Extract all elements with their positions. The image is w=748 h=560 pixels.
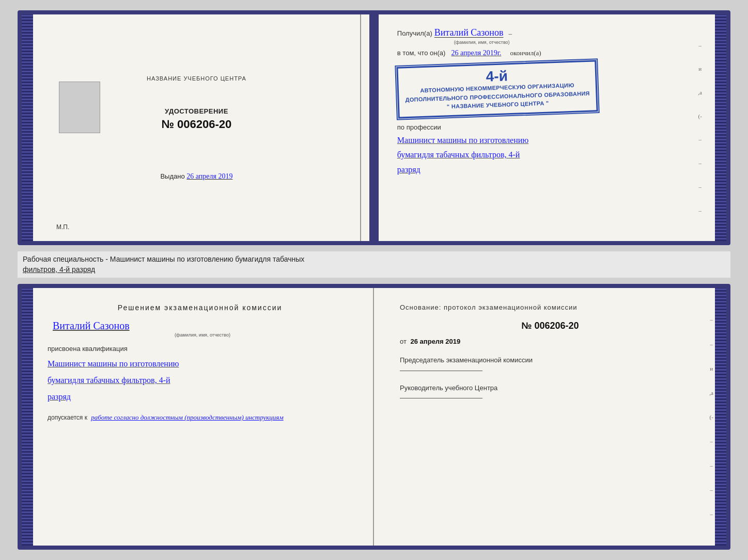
issued-label: Выдано <box>160 172 184 180</box>
profession-line1: Машинист машины по изготовлению <box>397 133 694 148</box>
b-dash-8: – <box>710 487 713 493</box>
qualification-line3: разряд <box>48 389 352 405</box>
bottom-name-subtitle: (фамилия, имя, отчество) <box>53 332 352 338</box>
admitted-text: работе согласно должностным (производств… <box>91 413 283 421</box>
certificate-top: НАЗВАНИЕ УЧЕБНОГО ЦЕНТРА УДОСТОВЕРЕНИЕ №… <box>18 10 730 245</box>
qualification-line1: Машинист машины по изготовлению <box>48 356 352 372</box>
bottom-right-dashes: – – и ,а (- – – – – <box>709 298 713 535</box>
dash-5: – <box>698 136 702 142</box>
top-left-page: НАЗВАНИЕ УЧЕБНОГО ЦЕНТРА УДОСТОВЕРЕНИЕ №… <box>33 14 361 241</box>
b-dash-9: – <box>710 511 713 517</box>
dash-8: – <box>698 207 702 214</box>
vtom-line: в том, что он(а) 26 апреля 2019г. окончи… <box>397 49 694 57</box>
stamp-line4: " НАЗВАНИЕ УЧЕБНОГО ЦЕНТРА " <box>406 98 590 113</box>
recipient-subtitle: (фамилия, имя, отчество) <box>454 40 694 45</box>
cert-label: УДОСТОВЕРЕНИЕ <box>165 107 228 115</box>
b-dash-7: – <box>710 462 713 469</box>
middle-text-line1: Рабочая специальность - Машинист машины … <box>23 255 304 263</box>
b-dash-1: – <box>710 316 713 323</box>
stamp-box: 4-й АВТОНОМНУЮ НЕКОММЕРЧЕСКУЮ ОРГАНИЗАЦИ… <box>396 60 598 118</box>
chairman-signature-line <box>400 371 482 371</box>
recipient-name: Виталий Сазонов <box>434 27 504 38</box>
admitted-prefix: допускается к <box>48 414 87 421</box>
middle-text-content: Рабочая специальность - Машинист машины … <box>23 254 725 275</box>
stamp-container: 4-й АВТОНОМНУЮ НЕКОММЕРЧЕСКУЮ ОРГАНИЗАЦИ… <box>397 63 694 115</box>
profession-label: по профессии <box>397 123 694 131</box>
stamp-large: 4-й <box>404 66 589 87</box>
stamp-line2: АВТОНОМНУЮ НЕКОММЕРЧЕСКУЮ ОРГАНИЗАЦИЮ <box>405 81 590 95</box>
b-dash-6: – <box>710 438 713 444</box>
okoncil: окончил(а) <box>510 49 541 57</box>
page-wrapper: НАЗВАНИЕ УЧЕБНОГО ЦЕНТРА УДОСТОВЕРЕНИЕ №… <box>0 0 748 560</box>
center-title-label: НАЗВАНИЕ УЧЕБНОГО ЦЕНТРА <box>147 75 246 82</box>
right-dashes: – и ,а (- – – – – <box>698 25 702 231</box>
issued-date: 26 апреля 2019 <box>186 172 232 180</box>
dash-2: и <box>698 66 702 72</box>
bottom-left-page: Решением экзаменационной комиссии Витали… <box>22 288 374 546</box>
from-prefix: от <box>400 338 407 345</box>
top-right-page: Получил(а) Виталий Сазонов – (фамилия, и… <box>371 14 715 241</box>
profession-line3: разряд <box>397 163 694 178</box>
cert-number: № 006206-20 <box>161 118 231 131</box>
dash-7: – <box>698 184 702 190</box>
dash-6: – <box>698 160 702 166</box>
middle-text: Рабочая специальность - Машинист машины … <box>18 251 730 278</box>
protocol-number: № 006206-20 <box>400 321 700 331</box>
from-date-value: 26 апреля 2019 <box>411 338 461 345</box>
mp-label: М.П. <box>56 223 69 231</box>
qualification-line2: бумагидля табачных фильтров, 4-й <box>48 372 352 389</box>
director-signature-line <box>400 398 482 398</box>
b-dash-3: и <box>710 365 713 372</box>
dash-1: – <box>698 42 702 49</box>
resolution-title: Решением экзаменационной комиссии <box>48 303 352 312</box>
middle-text-line2: фильтров, 4-й разряд <box>23 265 95 274</box>
date-completed: 26 апреля 2019г. <box>451 49 502 57</box>
admitted-line: допускается к работе согласно должностны… <box>48 413 352 422</box>
received-prefix: Получил(а) <box>397 29 432 37</box>
profession-line2: бумагидля табачных фильтров, 4-й <box>397 148 694 163</box>
name-section: Виталий Сазонов (фамилия, имя, отчество) <box>48 320 352 338</box>
from-date-line: от 26 апреля 2019 <box>400 338 700 345</box>
dash-3: ,а <box>698 89 702 95</box>
certificate-bottom: Решением экзаменационной комиссии Витали… <box>18 284 730 550</box>
bottom-right-page: Основание: протокол экзаменационной коми… <box>374 288 726 546</box>
stamp-line3: ДОПОЛНИТЕЛЬНОГО ПРОФЕССИОНАЛЬНОГО ОБРАЗО… <box>405 89 590 104</box>
assigned-label: присвоена квалификация <box>48 345 352 353</box>
dash-4: (- <box>698 113 702 119</box>
osnova-line: Основание: протокол экзаменационной коми… <box>400 303 700 311</box>
received-line: Получил(а) Виталий Сазонов – <box>397 27 694 38</box>
b-dash-2: – <box>710 341 713 347</box>
director-label: Руководитель учебного Центра <box>400 383 700 393</box>
issued-line: Выдано 26 апреля 2019 <box>160 172 232 181</box>
b-dash-4: ,а <box>709 390 713 396</box>
bottom-name: Виталий Сазонов <box>53 320 352 332</box>
vtom-prefix: в том, что он(а) <box>397 49 445 57</box>
photo-placeholder <box>59 82 100 133</box>
b-dash-5: (- <box>710 414 713 420</box>
chairman-label: Председатель экзаменационной комиссии <box>400 356 700 365</box>
